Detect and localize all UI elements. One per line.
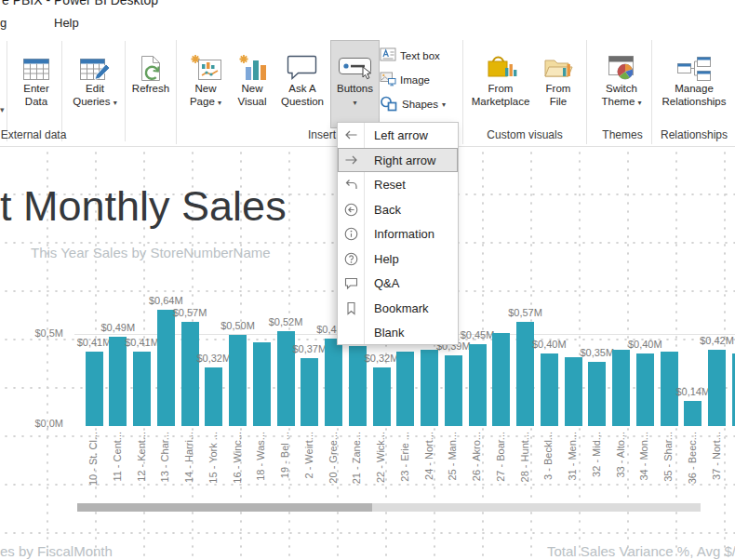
x-axis-label: 2 - Weirt... <box>303 432 314 479</box>
bar[interactable] <box>445 355 462 426</box>
x-axis-label: 22 - Wick... <box>375 432 386 483</box>
bar[interactable] <box>181 322 199 426</box>
x-axis-label: 31 - Men... <box>567 432 578 481</box>
bar[interactable] <box>492 333 510 426</box>
x-axis-label: 14 - Harri... <box>183 432 194 483</box>
menu-item-right-arrow[interactable]: Right arrow <box>338 148 458 172</box>
bar[interactable] <box>396 352 414 426</box>
bar[interactable] <box>541 353 558 426</box>
qa-icon <box>338 276 364 290</box>
bar-data-label: $0,40M <box>615 339 675 350</box>
help-icon <box>338 252 364 266</box>
menu-item-reset[interactable]: Reset <box>338 172 458 196</box>
bar[interactable] <box>588 362 606 426</box>
x-axis-label: 35 - Shar... <box>662 432 674 482</box>
bar[interactable] <box>516 322 534 426</box>
menu-item-bookmark[interactable]: Bookmark <box>338 296 458 320</box>
x-axis-label: 11 - Cent... <box>112 432 123 482</box>
chart-scrollbar-thumb[interactable] <box>77 503 372 512</box>
x-axis-label: 24 - Nort... <box>423 432 434 480</box>
bar[interactable] <box>301 358 318 426</box>
bar-data-label: $0,57M <box>496 307 555 318</box>
x-axis-label: 37 - Nort... <box>711 432 722 480</box>
bar[interactable] <box>229 335 247 426</box>
bar-data-label: $0,64M <box>136 295 195 306</box>
x-axis-label: 32 - Mid... <box>591 432 602 477</box>
menu-item-blank[interactable]: Blank <box>338 320 458 344</box>
menu-item-label: Information <box>364 227 434 241</box>
x-axis-label: 36 - Beec... <box>687 432 698 484</box>
menu-item-label: Bookmark <box>364 301 429 315</box>
x-axis-label: 25 - Man... <box>447 432 458 481</box>
bottom-left-visual-title: es by FiscalMonth <box>0 543 113 559</box>
x-axis-label: 27 - Boar... <box>495 432 506 482</box>
back-icon <box>338 203 364 217</box>
bar[interactable] <box>133 352 151 426</box>
bar[interactable] <box>612 350 630 426</box>
x-axis-label: 13 - Char... <box>159 432 170 482</box>
bottom-right-visual-title: Total Sales Variance %, Avg $/U <box>547 543 735 559</box>
bar[interactable] <box>205 367 222 426</box>
menu-item-label: Blank <box>364 326 405 340</box>
bar[interactable] <box>373 367 391 426</box>
menu-item-back[interactable]: Back <box>338 197 458 221</box>
right-arrow-icon <box>338 153 364 167</box>
bar[interactable] <box>469 344 487 426</box>
power-bi-window: e PBIX - Power BI Desktop g Help ▾ Enter… <box>0 0 735 560</box>
bar-data-label: $0,42M <box>688 335 735 346</box>
y-axis-label: $0,5M <box>26 327 63 339</box>
x-axis-label: 20 - Gree... <box>327 432 339 484</box>
menu-item-q-a[interactable]: Q&A <box>338 271 458 295</box>
menu-item-label: Q&A <box>364 276 399 290</box>
bar-data-label: $0,49M <box>88 322 148 333</box>
bar-data-label: $0,57M <box>160 307 220 318</box>
menu-item-label: Reset <box>364 178 406 192</box>
x-axis-label: 23 - Erie ... <box>399 432 410 482</box>
x-axis-label: 34 - Mon... <box>638 432 649 481</box>
x-axis-label: 16 - Winc... <box>232 432 243 484</box>
bookmark-icon <box>338 301 364 315</box>
x-axis-label: 19 - Bel ... <box>279 432 290 478</box>
menu-item-label: Left arrow <box>364 128 428 142</box>
x-axis-label: 28 - Hunt... <box>519 432 530 482</box>
menu-item-label: Help <box>364 252 399 266</box>
reset-icon <box>338 179 364 191</box>
x-axis-label: 10 - St. Cl... <box>87 432 99 486</box>
bar[interactable] <box>708 350 726 426</box>
left-arrow-icon <box>338 128 364 141</box>
buttons-dropdown-menu: Left arrowRight arrowResetBackInformatio… <box>337 122 459 345</box>
bar[interactable] <box>684 401 702 426</box>
y-axis-label: $0,0M <box>26 418 63 429</box>
bar[interactable] <box>109 337 127 426</box>
bar[interactable] <box>636 353 654 426</box>
bar[interactable] <box>565 357 582 426</box>
bar[interactable] <box>157 310 175 426</box>
bar[interactable] <box>253 342 271 426</box>
x-axis-label: 21 - Zane... <box>351 432 362 484</box>
menu-item-information[interactable]: Information <box>338 221 458 246</box>
information-icon <box>338 227 364 241</box>
x-axis-label: 15 - York ... <box>207 432 219 484</box>
x-axis-label: 33 - Alto... <box>615 432 626 478</box>
menu-item-label: Back <box>364 203 401 217</box>
menu-item-left-arrow[interactable]: Left arrow <box>338 123 458 147</box>
x-axis-label: 26 - Akro... <box>471 432 482 481</box>
x-axis-label: 3 - Beckl... <box>542 432 554 480</box>
menu-item-label: Right arrow <box>364 153 435 167</box>
x-axis-label: 12 - Kent... <box>136 432 147 482</box>
bar[interactable] <box>325 339 342 426</box>
menu-item-help[interactable]: Help <box>338 247 458 271</box>
bar[interactable] <box>86 352 103 426</box>
bar[interactable] <box>421 350 438 426</box>
x-axis-label: 18 - Was... <box>255 432 266 481</box>
